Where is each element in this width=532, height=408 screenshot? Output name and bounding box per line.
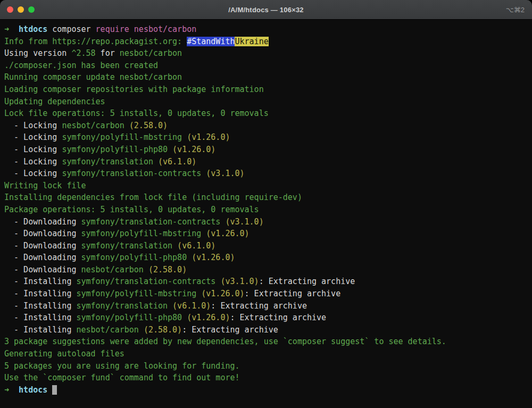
- traffic-lights: [7, 0, 35, 19]
- terminal-text-segment: Generating autoload files: [4, 349, 124, 359]
- terminal-line: Writing lock file: [4, 180, 532, 192]
- terminal-text-segment: symfony/translation: [76, 301, 168, 311]
- terminal-text-segment: - Locking: [4, 121, 62, 130]
- terminal-text-segment: symfony/polyfill-mbstring: [81, 229, 202, 238]
- terminal-line: ➜ htdocs: [4, 384, 532, 396]
- terminal-text-segment: (2.58.0): [139, 325, 182, 335]
- terminal-line: - Locking symfony/translation (v6.1.0): [4, 156, 532, 168]
- terminal-text-segment: symfony/polyfill-php80: [81, 253, 187, 262]
- terminal-text-segment: ➜: [4, 385, 19, 395]
- zoom-button[interactable]: [28, 6, 35, 13]
- terminal-text-segment: ^2.58: [71, 48, 95, 58]
- terminal-text-segment: Ukraine: [235, 37, 268, 46]
- terminal-line: Loading composer repositories with packa…: [4, 84, 532, 96]
- terminal-line: Updating dependencies: [4, 96, 532, 108]
- terminal-text-segment: - Downloading: [4, 241, 81, 251]
- window-shortcut-badge: ⌥⌘2: [506, 0, 525, 19]
- terminal-text-segment: - Downloading: [4, 217, 81, 227]
- terminal-line: 3 package suggestions were added by new …: [4, 336, 532, 348]
- terminal-line: - Downloading symfony/translation (v6.1.…: [4, 240, 532, 252]
- terminal-text-segment: - Locking: [4, 132, 62, 142]
- terminal-line: - Installing nesbot/carbon (2.58.0): Ext…: [4, 324, 532, 336]
- terminal-text-segment: : Extracting archive: [245, 289, 341, 298]
- terminal-line: - Downloading nesbot/carbon (2.58.0): [4, 264, 532, 276]
- terminal-line: - Locking symfony/polyfill-mbstring (v1.…: [4, 131, 532, 144]
- terminal-text-segment: symfony/translation: [62, 157, 153, 166]
- terminal-text-segment: (v6.1.0): [168, 301, 211, 311]
- terminal-line: Installing dependencies from lock file (…: [4, 191, 532, 204]
- terminal-text-segment: : Extracting archive: [211, 301, 307, 311]
- minimize-button[interactable]: [18, 6, 24, 13]
- terminal-text-segment: (v6.1.0): [153, 157, 196, 166]
- terminal-text-segment: (v1.26.0): [201, 229, 249, 238]
- terminal-line: Using version ^2.58 for nesbot/carbon: [4, 47, 532, 60]
- terminal-text-segment: symfony/translation-contracts: [76, 277, 215, 286]
- terminal-text-segment: (v1.26.0): [182, 132, 230, 142]
- terminal-text-segment: Updating dependencies: [4, 97, 105, 106]
- terminal-text-segment: Using version: [4, 48, 71, 58]
- terminal-line: Generating autoload files: [4, 348, 532, 360]
- terminal-text-segment: : Extracting archive: [230, 313, 326, 322]
- terminal-text-segment: require nesbot/carbon: [96, 24, 197, 34]
- terminal-line: Info from https://repo.packagist.org: #S…: [4, 36, 532, 48]
- terminal-text-segment: - Installing: [4, 301, 76, 311]
- terminal-text-segment: Package operations: 5 installs, 0 update…: [4, 205, 259, 214]
- terminal-line: 5 packages you are using are looking for…: [4, 360, 532, 372]
- terminal-text-segment: : Extracting archive: [182, 325, 278, 335]
- terminal-line: ➜ htdocs composer require nesbot/carbon: [4, 23, 532, 36]
- terminal-text-segment: symfony/polyfill-mbstring: [76, 289, 196, 298]
- terminal-text-segment: symfony/polyfill-php80: [76, 313, 182, 322]
- terminal-line: - Locking nesbot/carbon (2.58.0): [4, 120, 532, 132]
- terminal-text-segment: 5 packages you are using are looking for…: [4, 361, 240, 371]
- terminal-text-segment: - Installing: [4, 313, 76, 322]
- terminal-text-segment: nesbot/carbon: [120, 48, 182, 58]
- terminal-text-segment: - Downloading: [4, 265, 81, 274]
- terminal-text-segment: Writing lock file: [4, 181, 86, 190]
- terminal-text-segment: 3 package suggestions were added by new …: [4, 337, 446, 346]
- terminal-text-segment: (v1.26.0): [168, 145, 215, 154]
- terminal-text-segment: - Locking: [4, 169, 62, 178]
- terminal-text-segment: Running composer update nesbot/carbon: [4, 72, 182, 82]
- terminal-text-segment: (v3.1.0): [220, 217, 263, 227]
- terminal-line: - Downloading symfony/translation-contra…: [4, 216, 532, 228]
- terminal-text-segment: htdocs: [19, 385, 52, 395]
- terminal-text-segment: - Downloading: [4, 253, 81, 262]
- terminal-text-segment: Lock file operations: 5 installs, 0 upda…: [4, 109, 269, 118]
- terminal-line: Running composer update nesbot/carbon: [4, 71, 532, 84]
- terminal-screen[interactable]: ➜ htdocs composer require nesbot/carbonI…: [0, 20, 532, 396]
- terminal-text-segment: : Extracting archive: [259, 277, 355, 286]
- terminal-text-segment: (v1.26.0): [196, 289, 244, 298]
- terminal-line: ./composer.json has been created: [4, 60, 532, 72]
- terminal-line: - Downloading symfony/polyfill-php80 (v1…: [4, 252, 532, 264]
- terminal-text-segment: - Installing: [4, 325, 76, 335]
- terminal-text-segment: - Installing: [4, 289, 76, 298]
- terminal-text-segment: htdocs: [19, 24, 52, 34]
- terminal-text-segment: Installing dependencies from lock file (…: [4, 193, 302, 202]
- terminal-line: - Installing symfony/translation-contrac…: [4, 276, 532, 288]
- terminal-text-segment: symfony/translation-contracts: [62, 169, 201, 178]
- terminal-line: Use the `composer fund` command to find …: [4, 372, 532, 384]
- terminal-text-segment: (2.58.0): [124, 121, 168, 130]
- terminal-text-segment: (v3.1.0): [215, 277, 259, 286]
- terminal-text-segment: #StandWith: [187, 37, 235, 46]
- close-button[interactable]: [7, 6, 13, 13]
- terminal-text-segment: nesbot/carbon: [62, 121, 124, 130]
- terminal-text-segment: symfony/translation: [81, 241, 173, 251]
- terminal-text-segment: - Locking: [4, 145, 62, 154]
- terminal-line: - Locking symfony/polyfill-php80 (v1.26.…: [4, 144, 532, 156]
- terminal-text-segment: symfony/translation-contracts: [81, 217, 221, 227]
- terminal-text-segment: nesbot/carbon: [81, 265, 144, 274]
- terminal-text-segment: ➜: [4, 24, 19, 34]
- terminal-text-segment: composer: [52, 24, 95, 34]
- terminal-line: - Downloading symfony/polyfill-mbstring …: [4, 228, 532, 240]
- terminal-text-segment: ./composer.json has been created: [4, 61, 158, 70]
- terminal-window: /A/M/htdocs — 106×32 ⌥⌘2 ➜ htdocs compos…: [0, 0, 532, 408]
- terminal-line: - Installing symfony/polyfill-php80 (v1.…: [4, 312, 532, 324]
- terminal-text-segment: (2.58.0): [144, 265, 187, 274]
- terminal-cursor: [52, 385, 57, 395]
- titlebar[interactable]: /A/M/htdocs — 106×32 ⌥⌘2: [0, 0, 532, 20]
- terminal-text-segment: - Downloading: [4, 229, 81, 238]
- terminal-line: - Locking symfony/translation-contracts …: [4, 168, 532, 180]
- terminal-line: - Installing symfony/polyfill-mbstring (…: [4, 288, 532, 300]
- terminal-text-segment: Info from https://repo.packagist.org:: [4, 37, 187, 46]
